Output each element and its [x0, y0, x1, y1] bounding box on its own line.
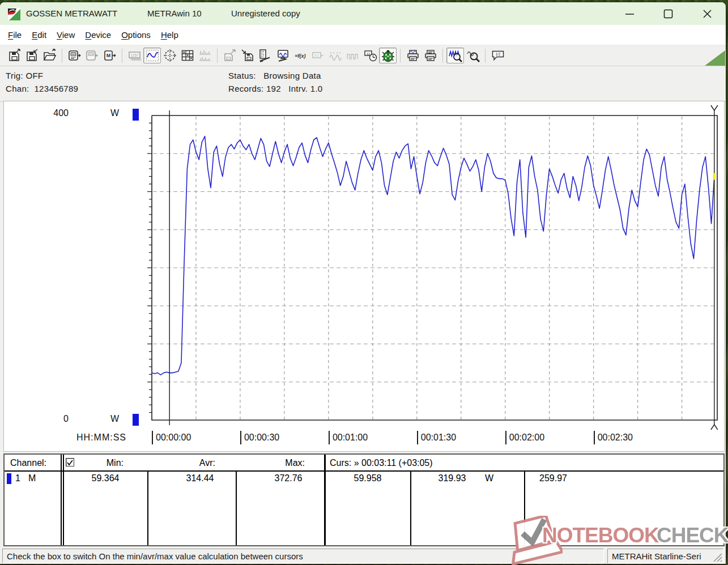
chart-panel: 400 W 0 W HH:MM:SS 00:00:0000:00:3000:01…: [3, 101, 725, 452]
x-axis-label: 00:00:30: [244, 433, 279, 443]
minimize-button[interactable]: [613, 2, 646, 25]
table-gridline: [410, 472, 411, 545]
maximize-button[interactable]: [652, 2, 684, 25]
table-gridline: [63, 455, 64, 545]
save-button[interactable]: [23, 48, 41, 63]
x-axis-tick: [329, 431, 330, 444]
measurement-table: Channel: Min: Avr: Max: Curs: » 00:03:11…: [3, 453, 725, 546]
zoom-wave-button[interactable]: [446, 48, 464, 63]
menu-item-view[interactable]: View: [52, 26, 80, 44]
time-settings-button[interactable]: 12: [361, 48, 379, 63]
checkmark-icon: [66, 459, 74, 466]
value-cursor-delta: 259.97: [539, 473, 567, 483]
plot-area[interactable]: [4, 101, 724, 450]
save-as-icon: [8, 49, 22, 62]
view-table-icon: [181, 49, 194, 62]
view-scope-button[interactable]: [161, 48, 178, 63]
trig-line: Trig: OFF: [6, 71, 43, 80]
trig-value: OFF: [25, 71, 43, 80]
table-gridline: [324, 455, 326, 545]
value-cursor-right: 319.93: [424, 473, 480, 483]
read-memory-button[interactable]: M: [101, 48, 118, 63]
svg-text:1257: 1257: [130, 53, 139, 57]
close-button[interactable]: [691, 2, 723, 25]
table-header-divider: [5, 470, 723, 472]
time-settings-icon: 12: [364, 49, 377, 62]
wave-digital-button: [344, 48, 361, 63]
chan-line: Chan: 123456789: [6, 84, 78, 93]
maximize-icon: [663, 9, 673, 19]
save-as-button[interactable]: [6, 48, 23, 63]
channel-settings-icon: [258, 49, 272, 62]
numeric-display-icon: 321: [311, 49, 325, 62]
minmax-checkbox[interactable]: [66, 458, 74, 466]
formula-icon: =f(x): [293, 49, 307, 62]
close-icon: [703, 9, 712, 19]
print-preview-button[interactable]: [404, 48, 422, 63]
view-scope-icon: [163, 49, 177, 62]
toolbar-separator: [122, 49, 122, 63]
menu-item-edit[interactable]: Edit: [27, 26, 52, 44]
view-chart-button[interactable]: [143, 48, 161, 63]
channel-settings-button[interactable]: [256, 48, 274, 63]
log-to-disk-button[interactable]: [239, 48, 256, 63]
view-chart-icon: [146, 49, 159, 62]
write-device-button: 321: [83, 48, 101, 63]
menu-item-device[interactable]: Device: [80, 26, 116, 44]
x-axis-tick: [505, 431, 506, 444]
resize-grip-icon[interactable]: [712, 551, 723, 563]
read-memory-icon: M: [103, 49, 117, 62]
menu-item-help[interactable]: Help: [156, 26, 184, 44]
hints-icon: 1/2: [491, 49, 505, 62]
x-axis-unit-label: HH:MM:SS: [76, 433, 126, 443]
metrawin-window: GOSSEN METRAWATT METRAwin 10 Unregistere…: [0, 2, 726, 564]
status-value: Browsing Data: [263, 71, 321, 80]
zoom-mode-button[interactable]: [464, 48, 482, 63]
x-axis-label: 00:02:30: [598, 433, 633, 443]
view-numeric-button: 1257: [126, 48, 143, 63]
menu-item-file[interactable]: File: [3, 26, 27, 44]
view-table-button[interactable]: [178, 48, 196, 63]
toolbar-separator: [400, 49, 401, 63]
numeric-display-button: 321: [309, 48, 326, 63]
value-cursor-left: 59.958: [325, 473, 410, 483]
demo-bug-button[interactable]: [379, 48, 397, 63]
read-device-icon: 321: [68, 49, 82, 62]
channel-row-color: [7, 473, 11, 484]
device-monitor-icon: [276, 49, 290, 62]
toolbar-separator: [62, 49, 62, 63]
formula-button[interactable]: =f(x): [291, 48, 309, 63]
device-name-cell: METRAHit Starline-Seri: [607, 549, 723, 563]
channel-row-index: 1: [15, 473, 20, 483]
chart-svg: [4, 101, 724, 450]
read-device-button[interactable]: 321: [66, 48, 83, 63]
view-histogram-button: [196, 48, 214, 63]
svg-text:M: M: [106, 53, 110, 58]
channel-row-mode: M: [28, 473, 36, 483]
x-axis-label: 00:00:00: [156, 433, 191, 443]
window-title-status: Unregistered copy: [231, 8, 300, 18]
print-button[interactable]: [422, 48, 439, 63]
minimize-icon: [625, 9, 635, 19]
hints-button[interactable]: 1/2: [489, 48, 506, 63]
toolbar-separator: [485, 49, 486, 63]
svg-text:12: 12: [366, 52, 370, 55]
print-icon: [424, 49, 437, 62]
export-data-button: [221, 48, 239, 63]
records-line: Records: 192 Intrv. 1.0: [228, 84, 323, 93]
svg-text:=f(x): =f(x): [295, 53, 305, 59]
export-data-icon: [223, 49, 237, 62]
svg-text:321: 321: [71, 53, 75, 55]
toolbar-separator: [442, 49, 443, 63]
cursor-value-marker: [713, 173, 716, 180]
open-file-button[interactable]: [41, 48, 58, 63]
log-to-disk-icon: [241, 49, 254, 62]
records-label: Records:: [228, 84, 263, 93]
chan-value: 123456789: [34, 84, 78, 93]
device-name: METRAHit Starline-Seri: [612, 551, 701, 561]
col-header-min: Min:: [90, 458, 124, 468]
col-header-avr: Avr:: [181, 458, 215, 468]
device-monitor-button[interactable]: [274, 48, 291, 63]
x-axis-label: 00:02:00: [509, 433, 544, 443]
menu-item-options[interactable]: Options: [116, 26, 156, 44]
